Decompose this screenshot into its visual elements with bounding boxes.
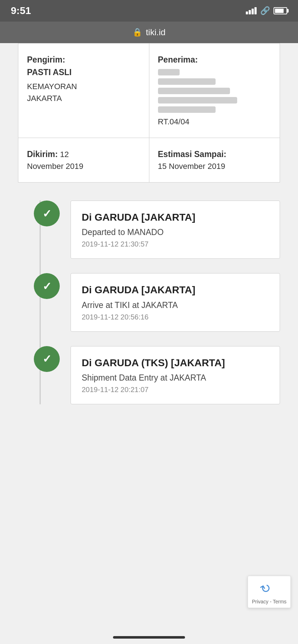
sender-name: PASTI ASLI — [27, 66, 140, 79]
sent-date: 12 — [60, 150, 69, 159]
recipient-blur-2 — [158, 78, 216, 85]
timeline-dot-2: ✓ — [34, 273, 60, 299]
sender-label: Pengirim: — [27, 55, 65, 64]
timeline-item-3: ✓ Di GARUDA (TKS) [JAKARTA] Shipment Dat… — [47, 346, 280, 404]
status-bar: 9:51 🔗 — [0, 0, 298, 22]
checkmark-icon-2: ✓ — [42, 280, 51, 293]
sender-cell: Pengirim: PASTI ASLI KEMAYORAN JAKARTA — [18, 43, 149, 138]
sent-month: November 2019 — [27, 162, 83, 171]
shipping-row-2: Dikirim: 12 November 2019 Estimasi Sampa… — [18, 138, 280, 183]
timeline-dot-1: ✓ — [34, 201, 60, 226]
battery-icon — [274, 7, 287, 14]
recaptcha-logo: ↻ — [260, 579, 278, 597]
timeline-section: ✓ Di GARUDA [JAKARTA] Departed to MANADO… — [18, 201, 280, 404]
timeline-line — [40, 201, 41, 404]
estimasi-date: 15 November 2019 — [158, 162, 225, 171]
sender-city: JAKARTA — [27, 92, 140, 104]
main-content: Pengirim: PASTI ASLI KEMAYORAN JAKARTA P… — [0, 43, 298, 433]
status-icons: 🔗 — [246, 6, 287, 15]
timeline-item-1: ✓ Di GARUDA [JAKARTA] Departed to MANADO… — [47, 201, 280, 259]
event-description-2: Arrive at TIKI at JAKARTA — [82, 300, 269, 310]
event-time-3: 2019-11-12 20:21:07 — [82, 386, 269, 394]
timeline-card-2: Di GARUDA [JAKARTA] Arrive at TIKI at JA… — [71, 273, 280, 331]
recaptcha-widget[interactable]: ↻ Privacy - Terms — [248, 576, 291, 608]
event-time-2: 2019-11-12 20:56:16 — [82, 313, 269, 321]
url-bar: 🔒 tiki.id — [0, 22, 298, 43]
timeline-card-3: Di GARUDA (TKS) [JAKARTA] Shipment Data … — [71, 346, 280, 404]
event-location-1: Di GARUDA [JAKARTA] — [82, 211, 269, 224]
recipient-blur-4 — [158, 97, 237, 104]
recipient-blur-3 — [158, 88, 230, 94]
event-description-3: Shipment Data Entry at JAKARTA — [82, 373, 269, 383]
checkmark-icon-3: ✓ — [42, 353, 51, 365]
estimasi-label: Estimasi Sampai: — [158, 150, 226, 159]
sender-area: KEMAYORAN — [27, 80, 140, 92]
timeline-card-1: Di GARUDA [JAKARTA] Departed to MANADO 2… — [71, 201, 280, 259]
status-time: 9:51 — [11, 5, 31, 17]
shipping-row-1: Pengirim: PASTI ASLI KEMAYORAN JAKARTA P… — [18, 43, 280, 138]
url-text: tiki.id — [146, 27, 166, 37]
link-icon: 🔗 — [260, 6, 270, 15]
sent-cell: Dikirim: 12 November 2019 — [18, 138, 149, 183]
sent-label: Dikirim: — [27, 150, 58, 159]
recipient-label: Penerima: — [158, 55, 198, 64]
event-time-1: 2019-11-12 21:30:57 — [82, 240, 269, 248]
estimasi-cell: Estimasi Sampai: 15 November 2019 — [149, 138, 280, 183]
recipient-cell: Penerima: RT.04/04 — [149, 43, 280, 138]
recaptcha-privacy-terms[interactable]: Privacy - Terms — [252, 599, 286, 605]
event-location-3: Di GARUDA (TKS) [JAKARTA] — [82, 356, 269, 369]
event-location-2: Di GARUDA [JAKARTA] — [82, 284, 269, 296]
checkmark-icon-1: ✓ — [42, 207, 51, 220]
timeline-item-2: ✓ Di GARUDA [JAKARTA] Arrive at TIKI at … — [47, 273, 280, 331]
event-description-1: Departed to MANADO — [82, 227, 269, 237]
recipient-rt: RT.04/04 — [158, 117, 190, 126]
home-indicator — [113, 636, 185, 639]
recaptcha-arrows-icon: ↻ — [258, 576, 280, 597]
recipient-blur-1 — [158, 69, 180, 75]
lock-icon: 🔒 — [132, 28, 142, 37]
recipient-blur-5 — [158, 106, 216, 113]
timeline-dot-3: ✓ — [34, 346, 60, 372]
signal-icon — [246, 7, 257, 14]
shipping-table: Pengirim: PASTI ASLI KEMAYORAN JAKARTA P… — [18, 43, 280, 183]
